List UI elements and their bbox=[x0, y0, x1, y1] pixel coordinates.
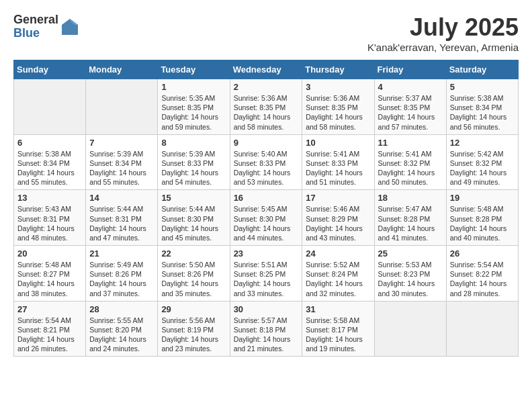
day-info: Sunrise: 5:41 AM Sunset: 8:33 PM Dayligh… bbox=[306, 149, 370, 187]
day-info: Sunrise: 5:36 AM Sunset: 8:35 PM Dayligh… bbox=[234, 93, 299, 132]
calendar-cell: 8Sunrise: 5:39 AM Sunset: 8:33 PM Daylig… bbox=[158, 134, 230, 190]
day-info: Sunrise: 5:37 AM Sunset: 8:35 PM Dayligh… bbox=[378, 93, 443, 132]
calendar-cell: 26Sunrise: 5:54 AM Sunset: 8:22 PM Dayli… bbox=[446, 246, 518, 302]
title-block: July 2025 K'anak'erravan, Yerevan, Armen… bbox=[367, 13, 519, 53]
calendar-cell: 18Sunrise: 5:47 AM Sunset: 8:28 PM Dayli… bbox=[374, 190, 446, 246]
day-number: 20 bbox=[17, 248, 82, 259]
logo-icon bbox=[60, 17, 80, 37]
calendar-cell: 12Sunrise: 5:42 AM Sunset: 8:32 PM Dayli… bbox=[446, 134, 518, 190]
day-number: 14 bbox=[89, 193, 154, 203]
calendar-cell: 15Sunrise: 5:44 AM Sunset: 8:30 PM Dayli… bbox=[158, 190, 230, 246]
location: K'anak'erravan, Yerevan, Armenia bbox=[367, 42, 519, 53]
day-info: Sunrise: 5:52 AM Sunset: 8:24 PM Dayligh… bbox=[306, 260, 370, 298]
day-info: Sunrise: 5:36 AM Sunset: 8:35 PM Dayligh… bbox=[306, 93, 370, 132]
weekday-header: Sunday bbox=[14, 60, 86, 79]
logo-general: General bbox=[13, 13, 58, 27]
day-info: Sunrise: 5:39 AM Sunset: 8:34 PM Dayligh… bbox=[89, 149, 154, 187]
svg-marker-0 bbox=[62, 19, 78, 35]
day-number: 1 bbox=[161, 82, 226, 92]
weekday-header: Friday bbox=[374, 60, 446, 79]
day-info: Sunrise: 5:47 AM Sunset: 8:28 PM Dayligh… bbox=[378, 204, 443, 242]
day-number: 9 bbox=[234, 138, 299, 148]
day-number: 21 bbox=[89, 248, 154, 259]
day-number: 13 bbox=[17, 193, 82, 203]
calendar-header: SundayMondayTuesdayWednesdayThursdayFrid… bbox=[14, 60, 519, 79]
calendar-cell: 30Sunrise: 5:57 AM Sunset: 8:18 PM Dayli… bbox=[230, 301, 302, 357]
calendar-cell: 17Sunrise: 5:46 AM Sunset: 8:29 PM Dayli… bbox=[302, 190, 374, 246]
day-info: Sunrise: 5:42 AM Sunset: 8:32 PM Dayligh… bbox=[450, 149, 515, 187]
calendar-table: SundayMondayTuesdayWednesdayThursdayFrid… bbox=[13, 60, 519, 357]
day-number: 19 bbox=[450, 193, 515, 203]
day-info: Sunrise: 5:44 AM Sunset: 8:31 PM Dayligh… bbox=[89, 204, 154, 242]
calendar-cell: 6Sunrise: 5:38 AM Sunset: 8:34 PM Daylig… bbox=[14, 134, 86, 190]
calendar-week-row: 13Sunrise: 5:43 AM Sunset: 8:31 PM Dayli… bbox=[14, 190, 519, 246]
day-info: Sunrise: 5:45 AM Sunset: 8:30 PM Dayligh… bbox=[234, 204, 299, 242]
day-info: Sunrise: 5:38 AM Sunset: 8:34 PM Dayligh… bbox=[450, 93, 515, 132]
calendar-cell: 28Sunrise: 5:55 AM Sunset: 8:20 PM Dayli… bbox=[86, 301, 158, 357]
calendar-cell bbox=[14, 79, 86, 135]
day-info: Sunrise: 5:46 AM Sunset: 8:29 PM Dayligh… bbox=[306, 204, 370, 242]
logo-text: General Blue bbox=[13, 13, 58, 40]
day-number: 28 bbox=[89, 304, 154, 314]
calendar-cell: 20Sunrise: 5:48 AM Sunset: 8:27 PM Dayli… bbox=[14, 246, 86, 302]
calendar-cell: 3Sunrise: 5:36 AM Sunset: 8:35 PM Daylig… bbox=[302, 79, 374, 135]
calendar-cell bbox=[374, 301, 446, 357]
day-info: Sunrise: 5:58 AM Sunset: 8:17 PM Dayligh… bbox=[306, 316, 370, 354]
day-info: Sunrise: 5:55 AM Sunset: 8:20 PM Dayligh… bbox=[89, 316, 154, 354]
day-number: 11 bbox=[378, 138, 443, 148]
calendar-cell: 5Sunrise: 5:38 AM Sunset: 8:34 PM Daylig… bbox=[446, 79, 518, 135]
day-number: 30 bbox=[234, 304, 299, 314]
calendar-cell: 4Sunrise: 5:37 AM Sunset: 8:35 PM Daylig… bbox=[374, 79, 446, 135]
day-number: 8 bbox=[161, 138, 226, 148]
day-info: Sunrise: 5:40 AM Sunset: 8:33 PM Dayligh… bbox=[234, 149, 299, 187]
day-number: 18 bbox=[378, 193, 443, 203]
calendar-cell: 27Sunrise: 5:54 AM Sunset: 8:21 PM Dayli… bbox=[14, 301, 86, 357]
day-number: 2 bbox=[234, 82, 299, 92]
day-info: Sunrise: 5:54 AM Sunset: 8:22 PM Dayligh… bbox=[450, 260, 515, 298]
calendar-cell: 25Sunrise: 5:53 AM Sunset: 8:23 PM Dayli… bbox=[374, 246, 446, 302]
day-number: 26 bbox=[450, 248, 515, 259]
day-number: 4 bbox=[378, 82, 443, 92]
day-number: 3 bbox=[306, 82, 370, 92]
calendar-cell: 13Sunrise: 5:43 AM Sunset: 8:31 PM Dayli… bbox=[14, 190, 86, 246]
day-number: 24 bbox=[306, 248, 370, 259]
day-number: 6 bbox=[17, 138, 82, 148]
calendar-cell: 2Sunrise: 5:36 AM Sunset: 8:35 PM Daylig… bbox=[230, 79, 302, 135]
calendar-cell: 19Sunrise: 5:48 AM Sunset: 8:28 PM Dayli… bbox=[446, 190, 518, 246]
weekday-header: Wednesday bbox=[230, 60, 302, 79]
day-info: Sunrise: 5:39 AM Sunset: 8:33 PM Dayligh… bbox=[161, 149, 226, 187]
calendar-cell: 21Sunrise: 5:49 AM Sunset: 8:26 PM Dayli… bbox=[86, 246, 158, 302]
weekday-header: Tuesday bbox=[158, 60, 230, 79]
calendar-week-row: 6Sunrise: 5:38 AM Sunset: 8:34 PM Daylig… bbox=[14, 134, 519, 190]
day-info: Sunrise: 5:49 AM Sunset: 8:26 PM Dayligh… bbox=[89, 260, 154, 298]
page-header: General Blue July 2025 K'anak'erravan, Y… bbox=[13, 13, 519, 53]
calendar-cell: 22Sunrise: 5:50 AM Sunset: 8:26 PM Dayli… bbox=[158, 246, 230, 302]
header-row: SundayMondayTuesdayWednesdayThursdayFrid… bbox=[14, 60, 519, 79]
day-number: 22 bbox=[161, 248, 226, 259]
day-number: 17 bbox=[306, 193, 370, 203]
day-info: Sunrise: 5:51 AM Sunset: 8:25 PM Dayligh… bbox=[234, 260, 299, 298]
weekday-header: Saturday bbox=[446, 60, 518, 79]
month-year: July 2025 bbox=[367, 13, 519, 42]
day-number: 31 bbox=[306, 304, 370, 314]
calendar-cell bbox=[86, 79, 158, 135]
day-number: 16 bbox=[234, 193, 299, 203]
day-number: 5 bbox=[450, 82, 515, 92]
day-info: Sunrise: 5:53 AM Sunset: 8:23 PM Dayligh… bbox=[378, 260, 443, 298]
day-info: Sunrise: 5:41 AM Sunset: 8:32 PM Dayligh… bbox=[378, 149, 443, 187]
calendar-body: 1Sunrise: 5:35 AM Sunset: 8:35 PM Daylig… bbox=[14, 79, 519, 357]
day-number: 29 bbox=[161, 304, 226, 314]
day-info: Sunrise: 5:38 AM Sunset: 8:34 PM Dayligh… bbox=[17, 149, 82, 187]
calendar-cell bbox=[446, 301, 518, 357]
day-info: Sunrise: 5:57 AM Sunset: 8:18 PM Dayligh… bbox=[234, 316, 299, 354]
calendar-cell: 14Sunrise: 5:44 AM Sunset: 8:31 PM Dayli… bbox=[86, 190, 158, 246]
day-number: 7 bbox=[89, 138, 154, 148]
calendar-cell: 29Sunrise: 5:56 AM Sunset: 8:19 PM Dayli… bbox=[158, 301, 230, 357]
calendar-week-row: 1Sunrise: 5:35 AM Sunset: 8:35 PM Daylig… bbox=[14, 79, 519, 135]
calendar-cell: 23Sunrise: 5:51 AM Sunset: 8:25 PM Dayli… bbox=[230, 246, 302, 302]
calendar-week-row: 27Sunrise: 5:54 AM Sunset: 8:21 PM Dayli… bbox=[14, 301, 519, 357]
calendar-cell: 24Sunrise: 5:52 AM Sunset: 8:24 PM Dayli… bbox=[302, 246, 374, 302]
day-info: Sunrise: 5:54 AM Sunset: 8:21 PM Dayligh… bbox=[17, 316, 82, 354]
day-number: 15 bbox=[161, 193, 226, 203]
logo-blue: Blue bbox=[13, 27, 58, 40]
